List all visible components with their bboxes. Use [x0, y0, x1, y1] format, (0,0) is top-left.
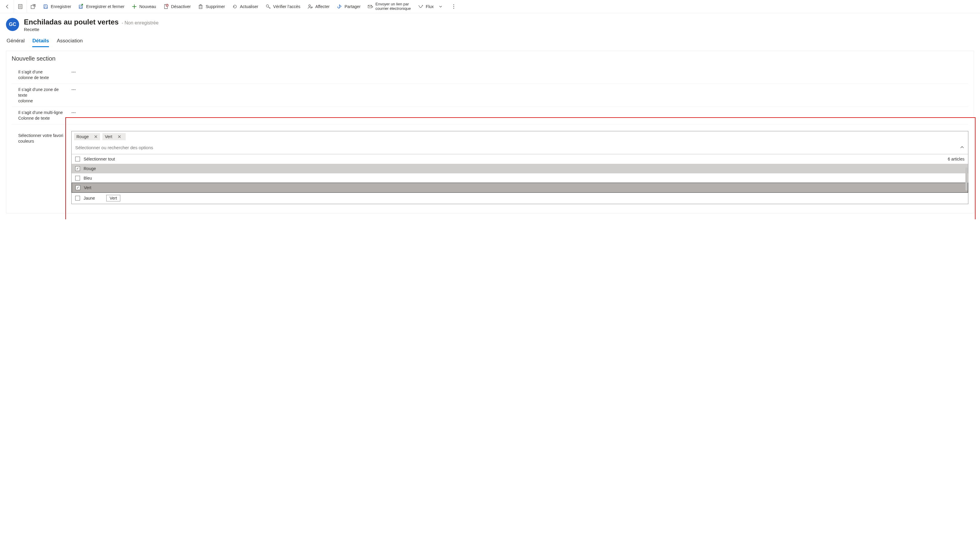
refresh-button[interactable]: Actualiser [229, 0, 262, 13]
check-access-label: Vérifier l’accès [273, 4, 300, 9]
svg-point-19 [309, 5, 310, 6]
record-list-button[interactable] [14, 0, 27, 13]
checkbox-icon[interactable] [76, 185, 80, 190]
email-icon [368, 4, 373, 9]
field-value[interactable]: --- [72, 110, 76, 115]
field-favorite-colors: Sélectionner votre favori couleurs Rouge… [12, 124, 968, 204]
svg-rect-5 [45, 5, 46, 6]
field-label: Il s’agit d’une multi-ligne Colonne de t… [12, 110, 72, 121]
deactivate-label: Désactiver [171, 4, 191, 9]
popup-button[interactable] [27, 0, 40, 13]
item-count: 6 articles [948, 157, 964, 162]
option-label: Jaune [84, 196, 95, 200]
assign-label: Affecter [315, 4, 329, 9]
field-textarea-column: Il s’agit d’une zone de texte colonne --… [12, 84, 968, 107]
option-jaune[interactable]: Jaune Vert [72, 192, 968, 204]
save-icon [43, 4, 48, 9]
chip-vert: Vert [102, 133, 126, 140]
title-block: Enchiladas au poulet vertes - Non enregi… [24, 18, 159, 32]
refresh-icon [232, 4, 238, 9]
option-rouge[interactable]: Rouge [72, 164, 968, 173]
refresh-label: Actualiser [240, 4, 258, 9]
check-access-icon [266, 4, 271, 9]
popup-icon [30, 4, 36, 9]
back-arrow-icon [5, 4, 10, 9]
chip-label: Vert [105, 134, 112, 139]
checkbox-icon[interactable] [75, 196, 80, 200]
field-label: Sélectionner votre favori couleurs [12, 131, 72, 144]
field-value[interactable]: --- [72, 69, 76, 74]
share-label: Partager [344, 4, 361, 9]
checkbox-icon[interactable] [75, 176, 80, 181]
svg-point-23 [453, 8, 454, 9]
multiselect-input-area[interactable]: Rouge Vert [72, 131, 968, 154]
select-all-label: Sélectionner tout [84, 157, 115, 162]
assign-icon [307, 4, 313, 9]
selected-chips: Rouge Vert [74, 133, 966, 140]
save-close-button[interactable]: Enregistrer et fermer [75, 0, 128, 13]
option-vert[interactable]: Vert [72, 183, 968, 193]
record-header: GC Enchiladas au poulet vertes - Non enr… [0, 13, 980, 34]
tab-details[interactable]: Détails [32, 38, 49, 47]
form-panel: Nouvelle section Il s’agit d’une colonne… [6, 51, 974, 213]
tooltip: Vert [106, 195, 120, 202]
assign-button[interactable]: Affecter [304, 0, 333, 13]
deactivate-button[interactable]: Désactiver [160, 0, 194, 13]
save-close-icon [78, 4, 84, 9]
multiselect-dropdown: Sélectionner tout 6 articles Rouge Bleu … [72, 154, 968, 204]
chip-remove-icon[interactable] [94, 135, 98, 138]
save-label: Enregistrer [51, 4, 71, 9]
svg-rect-7 [80, 6, 82, 8]
check-access-button[interactable]: Vérifier l’accès [262, 0, 304, 13]
share-icon [337, 4, 342, 9]
status-text: - Non enregistrée [121, 20, 159, 25]
option-bleu[interactable]: Bleu [72, 173, 968, 183]
field-value[interactable]: --- [72, 87, 76, 92]
flow-label: Flux [426, 4, 433, 9]
form-tabs: Général Détails Association [0, 34, 980, 47]
chip-label: Rouge [76, 134, 89, 139]
share-button[interactable]: Partager [333, 0, 364, 13]
trash-icon [198, 4, 203, 9]
list-icon [18, 4, 23, 9]
chip-remove-icon[interactable] [118, 135, 121, 138]
new-button[interactable]: Nouveau [128, 0, 160, 13]
tab-general[interactable]: Général [6, 38, 24, 47]
multiselect-search-input[interactable] [74, 144, 959, 151]
multiselect-control: Rouge Vert [72, 131, 968, 204]
option-label: Vert [84, 185, 91, 190]
svg-point-22 [453, 6, 454, 7]
chevron-up-icon[interactable] [959, 144, 966, 151]
svg-rect-14 [200, 5, 201, 5]
deactivate-icon [163, 4, 169, 9]
svg-rect-6 [45, 7, 47, 8]
plus-icon [132, 4, 137, 9]
email-link-button[interactable]: Envoyer un lien par courrier électroniqu… [364, 0, 415, 13]
flow-icon [418, 4, 423, 9]
avatar: GC [6, 18, 19, 31]
scrollbar[interactable] [966, 167, 968, 190]
email-link-label: Envoyer un lien par courrier électroniqu… [375, 2, 411, 11]
chevron-down-icon [438, 4, 443, 9]
field-label: Il s’agit d’une zone de texte colonne [12, 87, 72, 104]
command-bar: Enregistrer Enregistrer et fermer Nouvea… [0, 0, 980, 13]
entity-name: Recette [24, 27, 159, 32]
chip-rouge: Rouge [74, 133, 100, 140]
save-button[interactable]: Enregistrer [40, 0, 75, 13]
overflow-menu-button[interactable] [447, 0, 461, 13]
checkbox-icon[interactable] [75, 157, 80, 162]
field-multiline-column: Il s’agit d’une multi-ligne Colonne de t… [12, 107, 968, 124]
option-label: Rouge [84, 166, 96, 171]
checkbox-icon[interactable] [75, 166, 80, 171]
svg-point-21 [453, 4, 454, 5]
flow-button[interactable]: Flux [414, 0, 447, 13]
page-title: Enchiladas au poulet vertes [24, 18, 119, 26]
back-button[interactable] [1, 0, 14, 13]
svg-point-17 [266, 5, 269, 7]
select-all-row[interactable]: Sélectionner tout 6 articles [72, 154, 968, 164]
delete-label: Supprimer [206, 4, 225, 9]
field-label: Il s’agit d’une colonne de texte [12, 69, 72, 81]
delete-button[interactable]: Supprimer [194, 0, 229, 13]
save-close-label: Enregistrer et fermer [86, 4, 124, 9]
tab-association[interactable]: Association [57, 38, 83, 47]
